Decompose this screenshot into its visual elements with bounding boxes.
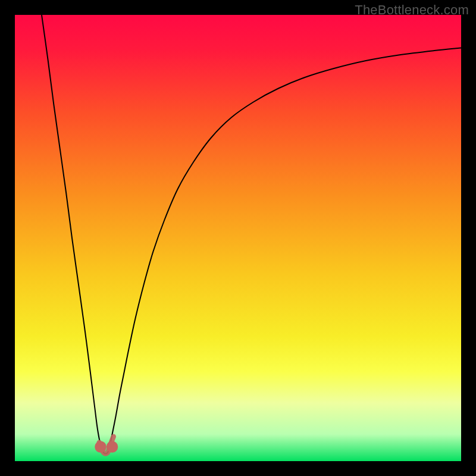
chart-background	[15, 15, 461, 461]
chart-frame: TheBottleneck.com	[0, 0, 476, 476]
watermark-text: TheBottleneck.com	[355, 2, 469, 18]
chart-plot	[15, 15, 461, 461]
valley-left-marker	[95, 441, 107, 453]
valley-right-marker	[107, 441, 118, 453]
